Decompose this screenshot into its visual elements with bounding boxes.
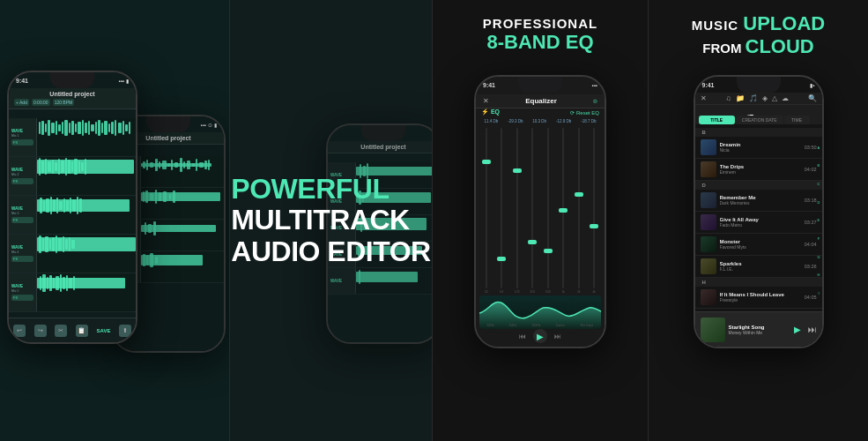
project-title: Untitled project: [14, 91, 130, 97]
svg-rect-37: [41, 121, 44, 135]
svg-rect-82: [43, 200, 45, 211]
svg-rect-34: [150, 253, 153, 267]
table-row: WAVE Mix 2 FX: [9, 157, 136, 196]
track-area: WAVE Mix 1 FX: [9, 118, 136, 318]
eq-band-8[interactable]: 4k: [588, 128, 602, 294]
folder-icon[interactable]: 📁: [736, 94, 745, 102]
cloud-headline-from: FROM: [702, 41, 745, 56]
waveform-3: [37, 196, 136, 234]
eq-headphone-icon[interactable]: ⌾: [593, 97, 597, 105]
tab-creation-date[interactable]: CREATION DATE: [736, 116, 783, 124]
eq-thumb-3[interactable]: [513, 168, 522, 173]
svg-rect-69: [52, 160, 54, 174]
track-label-4: WAVE: [11, 245, 33, 250]
svg-rect-2: [146, 160, 148, 170]
time-display: 0:00:00: [32, 99, 50, 106]
eq-thumb-2[interactable]: [497, 257, 506, 261]
list-item[interactable]: If It Means I Should Leave Freestyle 04:…: [695, 287, 822, 309]
eq-band-3[interactable]: 125: [510, 128, 524, 294]
cloud-icon[interactable]: ☁: [782, 94, 789, 102]
add-track-btn[interactable]: + Add: [14, 99, 29, 106]
svg-rect-28: [145, 222, 146, 235]
svg-rect-55: [101, 123, 103, 133]
dropbox-icon[interactable]: ◈: [762, 94, 768, 102]
svg-rect-1: [143, 161, 145, 168]
list-item[interactable]: Remember Me Dark Memories 03:18: [695, 190, 822, 212]
eq-band-6[interactable]: 1k: [557, 128, 571, 294]
reset-eq-button[interactable]: ⟳ Reset EQ: [570, 109, 599, 116]
prev-icon[interactable]: ⏮: [519, 333, 526, 340]
fx-button-2[interactable]: FX: [11, 178, 33, 184]
player-play-icon[interactable]: ▶: [794, 325, 801, 334]
svg-rect-56: [104, 121, 108, 135]
eq-thumb-8[interactable]: [590, 224, 598, 228]
save-button[interactable]: SAVE: [97, 328, 111, 333]
eq-thumb-7[interactable]: [575, 192, 583, 197]
eq-band-7[interactable]: 2k: [572, 128, 586, 294]
close-btn-itunes[interactable]: ✕: [701, 94, 707, 102]
svg-rect-58: [111, 122, 114, 134]
eq-thumb-4[interactable]: [528, 240, 537, 244]
svg-rect-8: [171, 160, 173, 170]
song-thumb-5: [701, 236, 716, 252]
gdrive-icon[interactable]: △: [772, 94, 777, 102]
eq-band-5[interactable]: 500: [541, 128, 555, 294]
song-thumb-2: [701, 161, 716, 177]
svg-rect-99: [52, 237, 55, 251]
tab-title[interactable]: TITLE: [699, 116, 735, 124]
list-item[interactable]: Dreamin Nicia 03:50: [695, 137, 822, 159]
close-icon[interactable]: ✕: [483, 97, 489, 105]
wifi-icon: ⊙: [208, 122, 212, 128]
track-label-1: WAVE: [11, 129, 33, 133]
status-time-1: 9:41: [16, 78, 28, 84]
editor-toolbar: ↩ ↪ ✂ 📋 SAVE ⬆: [9, 318, 136, 342]
cloud-headline-line1: MUSIC: [692, 18, 744, 33]
list-item[interactable]: Monster Favored Myts 04:04: [695, 234, 822, 256]
undo-icon[interactable]: ↩: [13, 325, 26, 337]
svg-rect-17: [208, 160, 210, 170]
search-icon-itunes[interactable]: 🔍: [808, 94, 817, 102]
cut-icon[interactable]: ✂: [55, 325, 67, 337]
cloud-headline-upload: UPLOAD: [743, 12, 825, 34]
svg-rect-130: [356, 272, 418, 282]
redo-icon[interactable]: ↪: [34, 325, 47, 337]
music-icon[interactable]: ♫: [726, 94, 731, 102]
svg-rect-72: [61, 161, 64, 173]
eq-band-2[interactable]: 64: [495, 128, 509, 294]
track-label-3: WAVE: [11, 206, 33, 211]
list-item[interactable]: Give It All Away Fado Metro 03:27: [695, 212, 822, 234]
fx-button-3[interactable]: FX: [11, 217, 33, 223]
eq-band-4[interactable]: 250: [526, 128, 540, 294]
svg-rect-26: [173, 191, 175, 203]
svg-rect-40: [51, 123, 55, 133]
list-item[interactable]: Sparkles F.L.I.E. 03:26: [695, 256, 822, 278]
signal-icon-eq: ▪▪▪: [592, 83, 597, 88]
export-icon[interactable]: ⬆: [119, 325, 131, 337]
play-icon[interactable]: ▶: [533, 329, 547, 343]
svg-rect-117: [73, 276, 75, 290]
waveform-5: [37, 273, 136, 311]
tab-time[interactable]: TIME: [784, 116, 810, 124]
waveform-2: [37, 157, 136, 195]
svg-rect-43: [62, 122, 63, 134]
svg-rect-20: [145, 191, 148, 203]
paste-icon[interactable]: 📋: [76, 325, 88, 337]
eq-band-1[interactable]: 32: [479, 128, 493, 294]
svg-rect-104: [69, 237, 70, 251]
eq-thumb-1[interactable]: [482, 160, 491, 164]
next-icon[interactable]: ⏭: [554, 333, 561, 340]
svg-rect-54: [98, 120, 100, 136]
alphabet-sidebar: A B C D E F G H I: [817, 138, 820, 303]
list-item[interactable]: The Drips Eminem 04:02: [695, 159, 822, 181]
svg-rect-112: [56, 276, 59, 290]
section-header-b: B: [695, 128, 822, 137]
player-next-icon[interactable]: ⏭: [808, 325, 817, 334]
svg-rect-92: [77, 197, 78, 214]
song-thumb-6: [701, 258, 716, 274]
eq-thumb-5[interactable]: [544, 249, 553, 253]
fx-button-1[interactable]: FX: [11, 139, 33, 146]
fx-button-5[interactable]: FX: [11, 295, 33, 301]
eq-thumb-6[interactable]: [559, 208, 568, 213]
waveform-1: [37, 118, 136, 156]
fx-button-4[interactable]: FX: [11, 256, 33, 262]
